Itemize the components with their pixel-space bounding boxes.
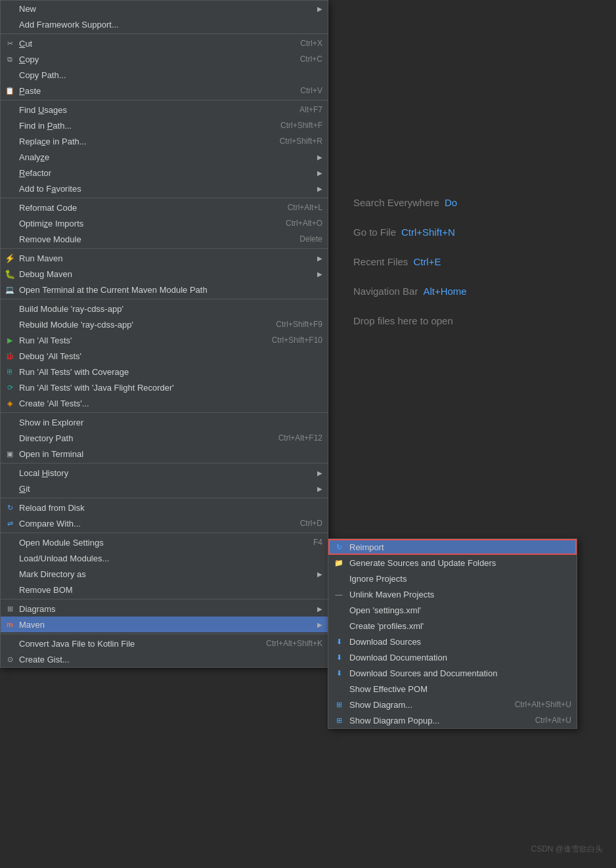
- separator-3: [1, 198, 328, 198]
- shortcut-copy: Ctrl+C: [300, 54, 322, 64]
- submenu-item-show-diagram[interactable]: ⊞ Show Diagram... Ctrl+Alt+Shift+U: [328, 697, 577, 712]
- hint-nav-key: Alt+Home: [423, 286, 466, 297]
- menu-item-cut[interactable]: ✂ Cut Ctrl+X: [1, 35, 328, 51]
- menu-label-refactor: Refactor: [19, 168, 312, 178]
- menu-item-mark-dir[interactable]: Mark Directory as ▶: [1, 566, 328, 582]
- arrow-new: ▶: [317, 5, 322, 12]
- menu-label-create-gist: Create Gist...: [19, 655, 322, 664]
- menu-item-debug-tests[interactable]: 🐞 Debug 'All Tests': [1, 348, 328, 364]
- menu-item-maven[interactable]: m Maven ▶: [1, 617, 328, 632]
- submenu-label-download-docs: Download Documentation: [349, 653, 571, 662]
- menu-label-find-path: Find in Path...: [19, 121, 254, 131]
- separator-1: [1, 33, 328, 34]
- menu-item-create-gist[interactable]: ⊙ Create Gist...: [1, 651, 328, 667]
- hint-drop: Drop files here to open: [353, 315, 603, 326]
- menu-label-mark-dir: Mark Directory as: [19, 569, 312, 579]
- coverage-icon: ⛨: [5, 366, 15, 377]
- arrow-analyze: ▶: [317, 154, 322, 161]
- menu-item-analyze[interactable]: Analyze ▶: [1, 149, 328, 165]
- submenu-label-download-sources-docs: Download Sources and Documentation: [349, 668, 571, 678]
- menu-label-find-usages: Find Usages: [19, 105, 273, 115]
- menu-item-open-terminal[interactable]: ▣ Open in Terminal: [1, 446, 328, 462]
- menu-item-compare-with[interactable]: ⇌ Compare With... Ctrl+D: [1, 515, 328, 531]
- submenu-item-open-settings[interactable]: Open 'settings.xml': [328, 602, 577, 618]
- menu-label-maven: Maven: [19, 620, 312, 630]
- submenu-label-generate-sources: Generate Sources and Update Folders: [349, 558, 571, 568]
- menu-item-open-terminal-maven[interactable]: 💻 Open Terminal at the Current Maven Mod…: [1, 282, 328, 297]
- submenu-item-download-sources[interactable]: ⬇ Download Sources: [328, 634, 577, 649]
- submenu-item-show-effective-pom[interactable]: Show Effective POM: [328, 681, 577, 697]
- open-terminal-icon: ▣: [5, 448, 15, 459]
- menu-item-remove-module[interactable]: Remove Module Delete: [1, 231, 328, 247]
- submenu-item-download-sources-docs[interactable]: ⬇ Download Sources and Documentation: [328, 665, 577, 681]
- menu-item-debug-maven[interactable]: 🐛 Debug Maven ▶: [1, 266, 328, 282]
- menu-item-find-path[interactable]: Find in Path... Ctrl+Shift+F: [1, 118, 328, 133]
- paste-icon: 📋: [5, 85, 15, 96]
- recorder-icon: ⟳: [5, 382, 15, 393]
- menu-item-find-usages[interactable]: Find Usages Alt+F7: [1, 102, 328, 118]
- menu-item-load-unload[interactable]: Load/Unload Modules...: [1, 550, 328, 566]
- menu-label-build-module: Build Module 'ray-cdss-app': [19, 304, 322, 314]
- shortcut-find-usages: Alt+F7: [299, 105, 322, 114]
- shortcut-remove-module: Delete: [299, 234, 322, 244]
- submenu-item-create-profiles[interactable]: Create 'profiles.xml': [328, 618, 577, 634]
- shortcut-reformat: Ctrl+Alt+L: [288, 203, 322, 212]
- menu-item-copy-path[interactable]: Copy Path...: [1, 67, 328, 83]
- submenu-item-download-docs[interactable]: ⬇ Download Documentation: [328, 649, 577, 665]
- menu-item-refactor[interactable]: Refactor ▶: [1, 165, 328, 181]
- menu-label-reload-disk: Reload from Disk: [19, 503, 322, 513]
- submenu-item-ignore-projects[interactable]: Ignore Projects: [328, 571, 577, 586]
- menu-item-run-coverage[interactable]: ⛨ Run 'All Tests' with Coverage: [1, 364, 328, 380]
- menu-label-diagrams: Diagrams: [19, 604, 312, 614]
- submenu-label-download-sources: Download Sources: [349, 637, 571, 647]
- menu-item-git[interactable]: Git ▶: [1, 481, 328, 496]
- menu-item-copy[interactable]: ⧉ Copy Ctrl+C: [1, 51, 328, 67]
- menu-item-replace-path[interactable]: Replace in Path... Ctrl+Shift+R: [1, 133, 328, 149]
- create-tests-icon: ◈: [5, 398, 15, 408]
- menu-item-show-explorer[interactable]: Show in Explorer: [1, 414, 328, 430]
- menu-label-new: New: [19, 4, 312, 14]
- menu-item-diagrams[interactable]: ⊞ Diagrams ▶: [1, 601, 328, 617]
- menu-label-load-unload: Load/Unload Modules...: [19, 553, 322, 563]
- menu-item-reformat[interactable]: Reformat Code Ctrl+Alt+L: [1, 200, 328, 215]
- menu-item-remove-bom[interactable]: Remove BOM: [1, 582, 328, 597]
- menu-item-module-settings[interactable]: Open Module Settings F4: [1, 534, 328, 550]
- separator-9: [1, 532, 328, 533]
- menu-item-dir-path[interactable]: Directory Path Ctrl+Alt+F12: [1, 430, 328, 446]
- submenu-label-create-profiles: Create 'profiles.xml': [349, 621, 571, 631]
- menu-item-paste[interactable]: 📋 Paste Ctrl+V: [1, 83, 328, 98]
- submenu-item-unlink-maven[interactable]: — Unlink Maven Projects: [328, 586, 577, 602]
- menu-label-git: Git: [19, 484, 312, 494]
- submenu-item-generate-sources[interactable]: 📁 Generate Sources and Update Folders: [328, 555, 577, 571]
- menu-item-run-maven[interactable]: ⚡ Run Maven ▶: [1, 250, 328, 266]
- submenu-item-show-diagram-popup[interactable]: ⊞ Show Diagram Popup... Ctrl+Alt+U: [328, 712, 577, 728]
- unlink-maven-icon: —: [334, 589, 344, 599]
- menu-item-run-recorder[interactable]: ⟳ Run 'All Tests' with 'Java Flight Reco…: [1, 380, 328, 395]
- menu-item-rebuild-module[interactable]: Rebuild Module 'ray-cdss-app' Ctrl+Shift…: [1, 316, 328, 332]
- menu-label-run-tests: Run 'All Tests': [19, 336, 246, 345]
- hint-nav-label: Navigation Bar: [353, 286, 418, 297]
- shortcut-paste: Ctrl+V: [300, 86, 322, 95]
- hint-drop-label: Drop files here to open: [353, 315, 453, 326]
- menu-item-reload-disk[interactable]: ↻ Reload from Disk: [1, 500, 328, 515]
- menu-item-create-tests[interactable]: ◈ Create 'All Tests'...: [1, 395, 328, 411]
- hint-recent: Recent Files Ctrl+E: [353, 256, 603, 267]
- menu-item-run-tests[interactable]: ▶ Run 'All Tests' Ctrl+Shift+F10: [1, 332, 328, 348]
- watermark: CSDN @逢雪欲白头: [531, 844, 603, 855]
- hint-goto: Go to File Ctrl+Shift+N: [353, 227, 603, 238]
- submenu-label-unlink-maven: Unlink Maven Projects: [349, 590, 571, 599]
- separator-5: [1, 299, 328, 299]
- menu-item-optimize[interactable]: Optimize Imports Ctrl+Alt+O: [1, 215, 328, 231]
- menu-item-add-favorites[interactable]: Add to Favorites ▶: [1, 181, 328, 196]
- arrow-diagrams: ▶: [317, 605, 322, 613]
- menu-item-add-framework[interactable]: Add Framework Support...: [1, 16, 328, 32]
- menu-item-convert-kotlin[interactable]: Convert Java File to Kotlin File Ctrl+Al…: [1, 636, 328, 651]
- maven-submenu: ↻ Reimport 📁 Generate Sources and Update…: [328, 538, 577, 729]
- separator-8: [1, 498, 328, 498]
- submenu-item-reimport[interactable]: ↻ Reimport: [328, 539, 577, 555]
- menu-item-build-module[interactable]: Build Module 'ray-cdss-app': [1, 301, 328, 316]
- menu-item-local-history[interactable]: Local History ▶: [1, 465, 328, 481]
- cut-icon: ✂: [5, 38, 15, 49]
- menu-item-new[interactable]: New ▶: [1, 1, 328, 16]
- menu-label-local-history: Local History: [19, 468, 312, 478]
